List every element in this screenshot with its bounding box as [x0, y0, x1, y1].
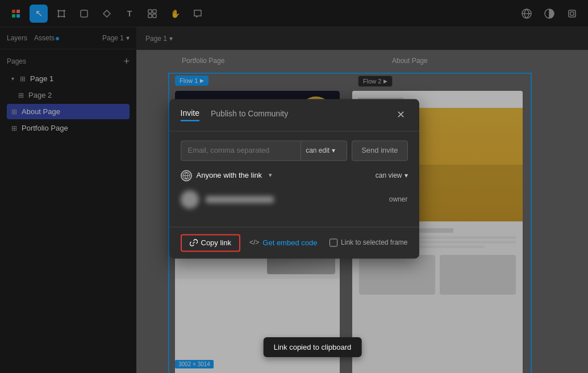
anyone-link-row: Anyone with the link ▾ can view ▾	[181, 170, 408, 181]
close-button[interactable]: ✕	[394, 108, 408, 121]
code-icon: </>	[249, 238, 259, 246]
link-icon	[190, 238, 198, 246]
share-modal: Invite Publish to Community ✕ can edit ▾…	[169, 99, 419, 258]
modal-footer: Copy link </> Get embed code Link to sel…	[169, 227, 419, 258]
chevron-down-icon: ▾	[404, 171, 408, 179]
tab-invite[interactable]: Invite	[181, 108, 199, 121]
modal-body: can edit ▾ Send invite	[169, 131, 419, 227]
can-view-dropdown[interactable]: can view ▾	[376, 171, 408, 179]
link-dropdown[interactable]: ▾	[269, 171, 272, 179]
link-left: Anyone with the link ▾	[181, 170, 273, 181]
globe-icon	[181, 170, 192, 181]
send-invite-button[interactable]: Send invite	[352, 140, 407, 161]
clipboard-tooltip: Link copied to clipboard	[264, 337, 362, 357]
modal-overlay[interactable]: Invite Publish to Community ✕ can edit ▾…	[0, 0, 588, 373]
anyone-link-text: Anyone with the link	[197, 171, 262, 179]
can-edit-dropdown[interactable]: can edit ▾	[301, 141, 340, 160]
frame-checkbox[interactable]	[330, 238, 337, 246]
copy-link-button[interactable]: Copy link	[181, 234, 240, 252]
invite-row: can edit ▾ Send invite	[181, 140, 408, 161]
chevron-down-icon: ▾	[332, 146, 335, 154]
user-avatar	[181, 190, 199, 208]
embed-link[interactable]: </> Get embed code	[249, 238, 317, 247]
user-name	[206, 196, 274, 203]
email-input[interactable]	[188, 146, 301, 154]
user-row: owner	[181, 190, 408, 208]
owner-badge: owner	[389, 195, 408, 203]
link-to-frame: Link to selected frame	[330, 238, 407, 246]
tab-publish[interactable]: Publish to Community	[211, 109, 288, 120]
email-input-wrapper: can edit ▾	[181, 140, 348, 161]
blurred-user-info	[181, 190, 274, 208]
modal-header: Invite Publish to Community ✕	[169, 99, 419, 131]
